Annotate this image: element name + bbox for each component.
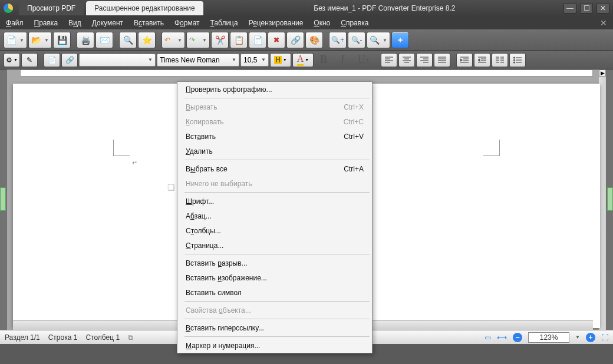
- format-toolbar: ⚙▼ ✎ 📄 🔗 ▼ Times New Roman▼ 10,5▼ H▼ A▼ …: [0, 51, 613, 70]
- zoom-field[interactable]: 123%: [528, 332, 569, 343]
- cm-select-all[interactable]: Выбрать всеCtrl+A: [177, 161, 372, 176]
- paste-button[interactable]: 📄: [249, 32, 266, 48]
- align-left-button[interactable]: [381, 53, 397, 67]
- svg-point-38: [514, 62, 515, 63]
- align-center-button[interactable]: [398, 53, 415, 67]
- page-tool-button[interactable]: 📄: [44, 53, 60, 67]
- cm-delete[interactable]: Удалить: [177, 144, 372, 158]
- zoom-in-button[interactable]: 🔍+: [329, 32, 347, 48]
- menu-review[interactable]: Рецензирование: [249, 19, 304, 27]
- menu-table[interactable]: Таблица: [210, 19, 238, 27]
- svg-marker-17: [460, 59, 462, 61]
- delete-button[interactable]: ✖: [268, 32, 285, 48]
- tab-advanced-edit-label: Расширенное редактирование: [94, 4, 195, 12]
- cm-select-none: Ничего не выбирать: [177, 176, 372, 191]
- left-panel-strip[interactable]: [0, 70, 7, 330]
- app-logo-icon: [4, 4, 13, 13]
- zoom-out-status-button[interactable]: −: [513, 333, 522, 342]
- cm-page[interactable]: Страница...: [177, 238, 372, 253]
- tab-view-pdf-label: Просмотр PDF: [27, 4, 75, 12]
- font-dropdown[interactable]: Times New Roman▼: [157, 54, 239, 67]
- ruler-expand-icon[interactable]: ▶: [599, 70, 606, 77]
- cm-check-spelling[interactable]: Проверить орфографию...: [177, 82, 372, 97]
- edit-tool-button[interactable]: ✎: [21, 53, 38, 67]
- margin-corner-left-icon: [113, 140, 130, 156]
- outdent-button[interactable]: [456, 53, 473, 67]
- svg-marker-22: [478, 59, 480, 61]
- close-document-icon[interactable]: ✕: [600, 18, 607, 28]
- fullscreen-icon[interactable]: ⛶: [601, 333, 608, 342]
- zoom-in-status-button[interactable]: +: [586, 333, 595, 342]
- margin-corner-right-icon: [483, 140, 500, 156]
- align-right-button[interactable]: [416, 53, 433, 67]
- menu-format[interactable]: Формат: [174, 19, 200, 27]
- fit-button[interactable]: ＋: [391, 32, 409, 48]
- open-button[interactable]: 📂▼: [28, 32, 52, 48]
- cm-insert-break[interactable]: Вставить разрыв...: [177, 256, 372, 270]
- color-picker-button[interactable]: 🎨: [305, 32, 323, 48]
- columns-button[interactable]: [492, 53, 508, 67]
- cm-font[interactable]: Шрифт...: [177, 194, 372, 209]
- cm-insert-hyperlink[interactable]: Вставить гиперссылку...: [177, 320, 372, 335]
- context-menu: Проверить орфографию... ВырезатьCtrl+X К…: [177, 81, 373, 353]
- hyperlink-button[interactable]: 🔗: [286, 32, 304, 48]
- right-panel-strip[interactable]: [606, 70, 613, 330]
- svg-point-36: [514, 59, 515, 61]
- left-handle-icon[interactable]: [0, 187, 6, 211]
- highlight-button[interactable]: H▼: [270, 53, 291, 67]
- underline-button[interactable]: U ▼: [352, 53, 375, 67]
- fit-page-icon[interactable]: ▭: [485, 333, 491, 342]
- redo-button[interactable]: ↷▼: [186, 32, 210, 48]
- zoom-level-button[interactable]: 🔍▼: [367, 32, 390, 48]
- cm-object-props: Свойства объекта...: [177, 303, 372, 317]
- cut-button[interactable]: ✂️: [211, 32, 229, 48]
- favorite-button[interactable]: ⭐: [138, 32, 156, 48]
- menu-document[interactable]: Документ: [92, 19, 123, 27]
- cm-insert-image[interactable]: Вставить изображение...: [177, 270, 372, 285]
- undo-button[interactable]: ↶▼: [162, 32, 185, 48]
- menu-edit[interactable]: Правка: [34, 19, 58, 27]
- cm-paragraph[interactable]: Абзац...: [177, 209, 372, 223]
- font-color-button[interactable]: A▼: [292, 53, 314, 67]
- menu-window[interactable]: Окно: [314, 19, 330, 27]
- cm-paste[interactable]: ВставитьCtrl+V: [177, 129, 372, 144]
- status-line: Строка 1: [48, 333, 78, 342]
- menu-insert[interactable]: Вставить: [134, 19, 164, 27]
- list-button[interactable]: [509, 53, 526, 67]
- font-size-dropdown[interactable]: 10,5▼: [240, 54, 269, 67]
- right-handle-icon[interactable]: [607, 187, 613, 211]
- status-pages-icon[interactable]: ⧉: [128, 333, 133, 342]
- italic-button[interactable]: I: [334, 53, 351, 67]
- tab-view-pdf[interactable]: Просмотр PDF: [19, 1, 84, 15]
- font-size-value: 10,5: [243, 56, 257, 64]
- zoom-out-button[interactable]: 🔍-: [348, 32, 365, 48]
- print-button[interactable]: 🖨️: [77, 32, 94, 48]
- status-column: Столбец 1: [85, 333, 120, 342]
- style-dropdown[interactable]: ▼: [79, 54, 156, 67]
- close-button[interactable]: ✕: [596, 3, 609, 14]
- settings-button[interactable]: ⚙▼: [4, 53, 20, 67]
- align-justify-button[interactable]: [434, 53, 450, 67]
- cm-insert-symbol[interactable]: Вставить символ: [177, 285, 372, 300]
- maximize-button[interactable]: ☐: [580, 3, 593, 14]
- minimize-button[interactable]: —: [563, 3, 576, 14]
- indent-button[interactable]: [474, 53, 490, 67]
- zoom-dropdown-icon[interactable]: ▼: [575, 335, 580, 340]
- tab-advanced-edit[interactable]: Расширенное редактирование: [86, 1, 203, 15]
- menu-help[interactable]: Справка: [341, 19, 368, 27]
- bold-button[interactable]: B: [315, 53, 332, 67]
- menu-view[interactable]: Вид: [68, 19, 81, 27]
- new-button[interactable]: 📄▼: [4, 32, 27, 48]
- cm-columns[interactable]: Столбцы...: [177, 223, 372, 238]
- horizontal-ruler[interactable]: [20, 70, 593, 77]
- context-anchor-icon: ❏: [167, 183, 177, 192]
- text-cursor-icon: ↵: [132, 159, 137, 167]
- find-button[interactable]: 🔍: [119, 32, 137, 48]
- link-tool-button[interactable]: 🔗: [61, 53, 78, 67]
- mail-button[interactable]: ✉️: [95, 32, 113, 48]
- save-button[interactable]: 💾: [53, 32, 71, 48]
- copy-button[interactable]: 📋: [230, 32, 248, 48]
- menu-file[interactable]: Фdocument.currentScript.previousElementS…: [6, 19, 24, 27]
- cm-bullets-numbering[interactable]: Маркер и нумерация...: [177, 338, 372, 353]
- fit-width-icon[interactable]: ⟷: [497, 333, 507, 342]
